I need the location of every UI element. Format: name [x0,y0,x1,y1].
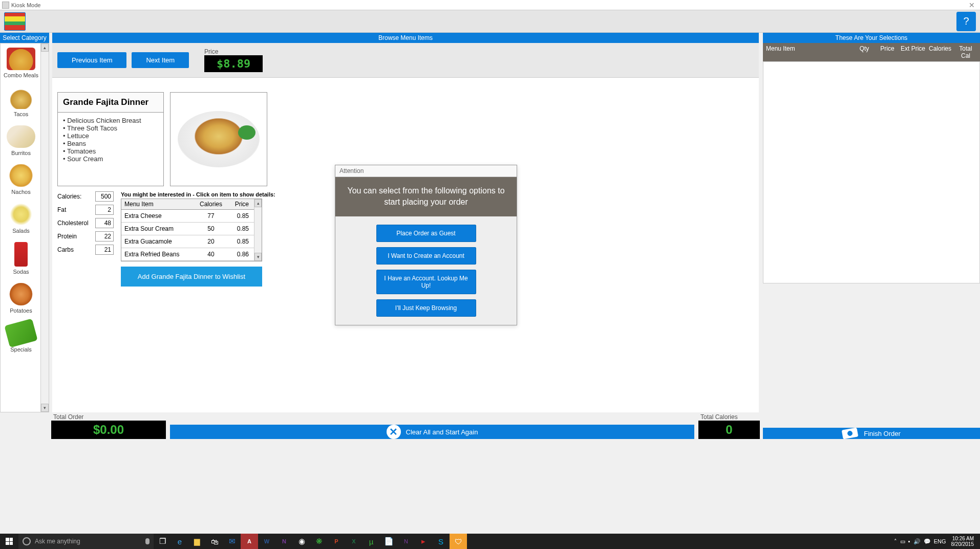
browse-header: Browse Menu Items [52,33,759,43]
taskbar-clock[interactable]: 10:26 AM 8/20/2015 [949,535,976,548]
item-description: Grande Fajita Dinner Delicious Chicken B… [57,92,164,186]
scroll-up-icon[interactable]: ▴ [41,43,49,52]
sidebar-scrollbar[interactable]: ▴ ▾ [40,43,49,412]
tray-chevron-icon[interactable]: ˄ [894,538,897,545]
category-item[interactable]: Salads [1,199,41,238]
pdf-icon[interactable]: 📄 [380,534,397,549]
finish-order-button[interactable]: Finish Order [763,428,980,439]
search-placeholder: Ask me anything [35,538,80,545]
category-item[interactable]: Sodas [1,238,41,279]
item-bullets: Delicious Chicken BreastThree Soft Tacos… [58,113,163,180]
category-label: Specials [10,346,32,353]
taskbar-search[interactable]: Ask me anything [18,534,154,549]
category-item[interactable]: Tacos [1,82,41,121]
addon-col-price: Price [225,199,254,209]
language-indicator[interactable]: ENG [934,538,946,544]
addon-row[interactable]: Extra Sour Cream500.85 [121,223,254,235]
addon-calories: 77 [197,210,225,222]
price-label: Price [204,48,263,55]
addon-price: 0.86 [225,248,254,260]
col-ext-price: Ext Price [900,45,926,59]
add-to-wishlist-button[interactable]: Add Grande Fajita Dinner to Wishlist [121,267,262,287]
addon-name: Extra Cheese [121,210,197,222]
outlook-icon[interactable]: ✉ [223,534,241,549]
help-button[interactable]: ? [956,12,976,31]
addon-price: 0.85 [225,210,254,222]
category-item[interactable]: Combo Meals [1,43,41,82]
addon-row[interactable]: Extra Refried Beans400.86 [121,248,254,261]
item-bullet: Beans [63,140,158,147]
shield-icon[interactable]: 🛡 [450,534,467,549]
battery-icon[interactable]: ▭ [900,538,905,545]
category-label: Salads [12,228,30,234]
onenote-icon[interactable]: N [275,534,293,549]
sidebar-scroll-area: Combo MealsTacosBurritosNachosSaladsSoda… [0,43,49,412]
network-icon[interactable]: ▪ [908,538,910,544]
cholesterol-value: 48 [95,218,114,228]
powerpoint-icon[interactable]: P [328,534,345,549]
store-icon[interactable]: 🛍 [206,534,223,549]
category-icon [4,319,37,348]
microphone-icon[interactable] [145,538,150,544]
category-item[interactable]: Nachos [1,160,41,199]
skype-icon[interactable]: S [432,534,450,549]
category-label: Potatoes [10,308,32,314]
category-item[interactable]: Specials [1,318,41,357]
next-item-button[interactable]: Next Item [132,52,189,68]
finish-order-label: Finish Order [864,430,901,437]
modal-option-button[interactable]: Place Order as Guest [376,225,476,242]
addon-row[interactable]: Extra Cheese770.85 [121,210,254,223]
scroll-up-icon[interactable]: ▴ [254,199,262,207]
clear-all-button[interactable]: ✕ Clear All and Start Again [170,425,694,439]
cash-icon [842,428,859,440]
price-value: $8.89 [204,55,263,72]
excel-icon[interactable]: X [345,534,363,549]
top-header: ? [0,10,980,33]
windows-icon [6,538,13,545]
notifications-icon[interactable]: 💬 [924,538,931,545]
protein-value: 22 [95,231,114,241]
modal-option-button[interactable]: I'll Just Keep Browsing [376,299,476,317]
cortana-icon [23,537,31,545]
browse-panel: Browse Menu Items Previous Item Next Ite… [52,33,759,412]
edge-icon[interactable]: e [171,534,188,549]
browse-body: Grande Fajita Dinner Delicious Chicken B… [52,78,759,412]
access-icon[interactable]: A [241,534,258,549]
fat-value: 2 [95,205,114,215]
previous-item-button[interactable]: Previous Item [57,52,126,68]
app-icon-red[interactable]: ▸ [415,534,432,549]
carbs-value: 21 [95,245,114,255]
close-icon[interactable]: ✕ [966,1,978,9]
protein-label: Protein [57,233,77,240]
utorrent-icon[interactable]: µ [363,534,380,549]
item-image [170,92,267,186]
chrome-icon[interactable]: ◉ [293,534,310,549]
app-icon-green[interactable]: ❋ [310,534,328,549]
modal-option-button[interactable]: I Have an Account. Lookup Me Up! [376,270,476,294]
item-bullet: Sour Cream [63,155,158,163]
file-explorer-icon[interactable]: ▆ [188,534,206,549]
addon-name: Extra Sour Cream [121,223,197,235]
addon-row[interactable]: Extra Guacamole200.85 [121,235,254,248]
food-plate-icon [178,111,260,167]
category-item[interactable]: Potatoes [1,279,41,318]
scroll-down-icon[interactable]: ▾ [41,404,49,412]
category-item[interactable]: Burritos [1,121,41,160]
sidebar-header: Select Category [0,33,49,43]
total-order-value: $0.00 [51,421,166,439]
onenote-app-icon[interactable]: N [397,534,415,549]
word-icon[interactable]: W [258,534,275,549]
addon-price: 0.85 [225,235,254,248]
windows-taskbar: Ask me anything ❐ e ▆ 🛍 ✉ A W N ◉ ❋ P X … [0,534,980,549]
total-calories-label: Total Calories [698,413,760,421]
category-label: Tacos [14,111,29,117]
task-view-button[interactable]: ❐ [154,537,171,546]
volume-icon[interactable]: 🔊 [913,538,921,545]
start-button[interactable] [0,534,18,549]
scroll-down-icon[interactable]: ▾ [254,253,262,261]
modal-option-button[interactable]: I Want to Create an Account [376,247,476,265]
addon-name: Extra Guacamole [121,235,197,248]
addon-scrollbar[interactable]: ▴ ▾ [254,199,262,261]
selections-header: These Are Your Selections [763,33,980,43]
system-tray: ˄ ▭ ▪ 🔊 💬 ENG 10:26 AM 8/20/2015 [894,535,980,548]
